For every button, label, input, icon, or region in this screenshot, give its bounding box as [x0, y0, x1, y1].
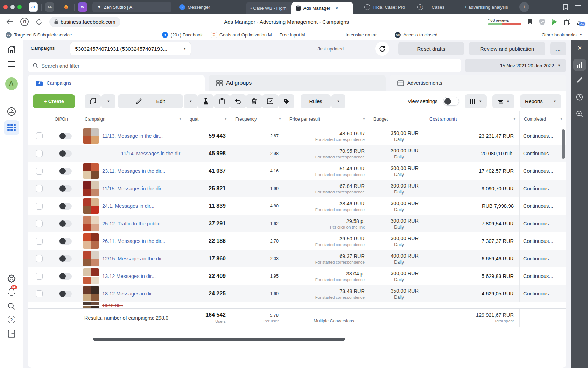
report-book-icon[interactable] — [8, 330, 15, 338]
search-nav-icon[interactable] — [8, 302, 15, 310]
edit-button[interactable]: Edit — [118, 94, 183, 108]
sort-caret-icon[interactable]: ▼ — [224, 117, 227, 121]
sort-caret-icon[interactable]: ▼ — [560, 117, 563, 121]
tab-case-wb[interactable]: • Case WB - Figm — [246, 2, 291, 14]
tab-advertising-analysis[interactable]: + advertising analysis — [460, 2, 513, 12]
duplicate-dropdown[interactable]: ▼ — [102, 94, 115, 108]
bookmark-icon[interactable] — [527, 19, 533, 25]
column-header[interactable]: Price per result▼ — [285, 111, 369, 127]
table-row[interactable]: 25.12. Traffic to the public... 37 291 1… — [28, 215, 566, 232]
row-on-off-toggle[interactable] — [59, 255, 72, 262]
downloads-button[interactable]: 33 — [577, 19, 583, 25]
row-on-off-toggle[interactable] — [59, 238, 72, 245]
reports-button[interactable]: Reports ▼ — [520, 94, 561, 108]
reload-icon[interactable] — [36, 19, 42, 25]
row-on-off-toggle[interactable] — [59, 185, 72, 192]
column-header[interactable]: Frequency▼ — [231, 111, 285, 127]
row-checkbox[interactable] — [36, 132, 43, 139]
menu-icon[interactable] — [8, 61, 15, 67]
row-on-off-toggle[interactable] — [59, 291, 72, 297]
reset-drafts-button[interactable]: Reset drafts — [398, 42, 464, 55]
traffic-light-zoom[interactable] — [18, 5, 22, 9]
campaign-name-link[interactable]: 13.12 Messages in dir... — [102, 273, 156, 279]
table-row[interactable]: 11/13. Message in the dir... 59 443 2.67… — [28, 127, 566, 145]
column-header[interactable]: Campaign▼ — [80, 111, 185, 127]
campaigns-table-nav-icon[interactable] — [4, 120, 19, 135]
other-bookmarks-button[interactable]: Other bookmarks ▾ — [542, 32, 582, 38]
campaign-name-link[interactable]: 10.12 St... — [102, 303, 123, 308]
duplicate-button[interactable] — [85, 94, 101, 108]
tab-advertisements[interactable]: Advertisements — [390, 75, 566, 91]
url-field[interactable]: business.facebook.com — [49, 17, 120, 27]
sort-caret-icon[interactable]: ▼ — [363, 117, 365, 121]
home-icon[interactable] — [7, 45, 16, 54]
w-pinned-tab[interactable]: W — [78, 2, 87, 12]
bookmark-flag-icon[interactable] — [563, 4, 568, 10]
table-row[interactable]: 26.11. Messages in the dir... 22 186 2.7… — [28, 232, 566, 250]
row-checkbox[interactable] — [36, 273, 43, 280]
tab-tilda-case[interactable]: T Tilda: Case: Pro — [360, 2, 410, 12]
campaign-name-link[interactable]: 26.11. Messages in the dir... — [102, 238, 165, 244]
table-row[interactable]: 11/14. Messages in the dir.... 45 998 2.… — [28, 145, 566, 162]
row-checkbox[interactable] — [36, 203, 43, 210]
row-on-off-toggle[interactable] — [59, 203, 72, 210]
chart-view-button[interactable] — [262, 94, 278, 108]
shield-icon[interactable] — [539, 18, 546, 26]
tag-button[interactable] — [278, 94, 294, 108]
reviews-extension[interactable]: * 66 reviews — [488, 18, 522, 25]
row-checkbox[interactable] — [36, 238, 43, 245]
sort-caret-icon[interactable]: ▼ — [513, 117, 516, 121]
pencil-tool-icon[interactable] — [576, 77, 583, 83]
table-row[interactable]: 23.11. Messages in the dir... 41 037 4.1… — [28, 162, 566, 180]
history-clock-icon[interactable] — [576, 94, 583, 101]
row-on-off-toggle[interactable] — [59, 220, 72, 227]
row-checkbox[interactable] — [36, 185, 43, 192]
sort-caret-icon[interactable]: ▼ — [279, 117, 281, 121]
browser-menu-icon[interactable] — [575, 5, 581, 9]
more-actions-button[interactable]: ... — [550, 42, 566, 55]
bookmark-item[interactable]: GC Access to closed — [395, 32, 438, 38]
campaign-name-link[interactable]: 23.11. Messages in the dir... — [102, 168, 165, 174]
back-icon[interactable] — [6, 19, 13, 25]
campaign-name-link[interactable]: 12/15. Messages in the dir... — [102, 256, 166, 261]
zoom-search-icon[interactable] — [576, 110, 583, 117]
row-checkbox[interactable] — [36, 255, 43, 262]
gc-pinned-tab[interactable]: G.C. — [45, 2, 54, 12]
yandex-icon[interactable]: Я — [20, 18, 29, 26]
campaign-name-link[interactable]: 24.1. Messages in dir... — [102, 203, 154, 209]
horizontal-scrollbar[interactable] — [93, 338, 345, 341]
tab-cases[interactable]: T Cases — [413, 2, 449, 12]
row-checkbox[interactable] — [36, 150, 43, 157]
rules-dropdown[interactable]: ▼ — [331, 94, 345, 108]
campaign-name-link[interactable]: 25.12. Traffic to the public... — [102, 221, 164, 226]
campaign-name-link[interactable]: 11/14. Messages in the dir.... — [121, 151, 185, 156]
tab-zen-studio[interactable]: ✦ Zen Studio | A. — [92, 2, 172, 12]
tab-messenger[interactable]: Messenger — [175, 2, 234, 12]
sort-caret-icon[interactable]: ▼ — [179, 117, 182, 121]
vertical-scrollbar[interactable] — [562, 129, 565, 159]
traffic-light-close[interactable] — [4, 5, 8, 9]
analytics-chart-icon[interactable] — [573, 59, 586, 71]
bookmark-item[interactable]: vcru Goals and Optimization M — [211, 32, 272, 38]
tab-campaigns[interactable]: Campaigns — [28, 75, 205, 91]
bookmark-item[interactable]: f (20+) Facebook — [162, 32, 202, 38]
clipboard-button[interactable] — [214, 94, 230, 108]
review-publication-button[interactable]: Review and publication — [469, 42, 545, 55]
copy-pages-icon[interactable] — [564, 19, 571, 25]
rules-button[interactable]: Rules — [301, 94, 331, 108]
gear-icon[interactable] — [7, 274, 16, 283]
delete-button[interactable] — [246, 94, 262, 108]
campaign-name-link[interactable]: 18.12 Messages in dir... — [102, 291, 156, 297]
traffic-light-minimize[interactable] — [10, 5, 15, 9]
row-on-off-toggle[interactable] — [59, 168, 72, 175]
calendar-pinned-tab[interactable]: 31 — [29, 2, 38, 12]
columns-button[interactable]: ▼ — [465, 94, 487, 108]
row-on-off-toggle[interactable] — [59, 150, 72, 157]
search-and-filter-input[interactable]: Search and filter — [28, 59, 461, 72]
row-on-off-toggle[interactable] — [59, 133, 72, 139]
account-dropdown[interactable]: 530324574071931 (53032457407193... ▼ — [70, 42, 191, 55]
view-settings-toggle[interactable] — [443, 97, 459, 106]
close-panel-icon[interactable]: ✕ — [577, 45, 582, 52]
breakdown-button[interactable]: ▼ — [492, 94, 514, 108]
notifications-button[interactable]: 99 — [8, 288, 15, 296]
